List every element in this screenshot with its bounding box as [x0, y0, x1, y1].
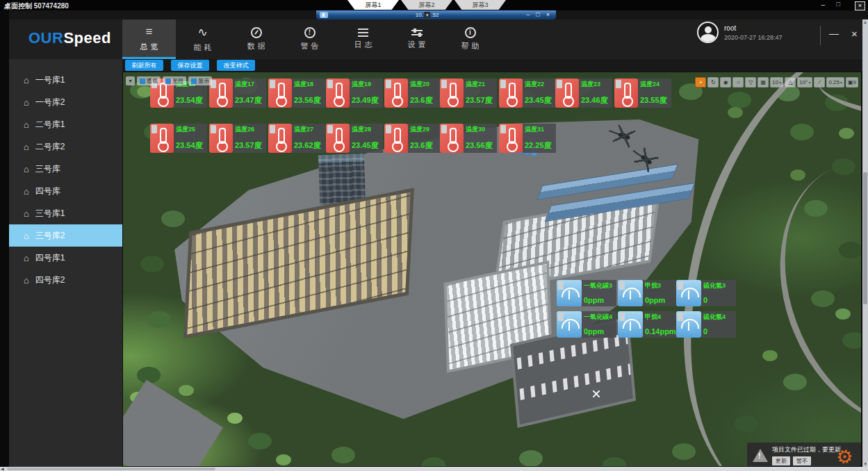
sidebar-label: 三号库: [35, 163, 60, 175]
remote-close-icon[interactable]: ×: [855, 1, 865, 10]
gas-sensor-widget[interactable]: 甲烷30ppm: [618, 280, 678, 306]
nav-label: 能耗: [194, 42, 215, 53]
temperature-widget[interactable]: 温度2423.55度: [614, 78, 671, 108]
screen-tab[interactable]: 屏幕1: [347, 0, 399, 10]
angle-tool-button[interactable]: △: [785, 77, 796, 88]
thermometer-icon: [268, 78, 292, 108]
sidebar-item[interactable]: ⌂三号库2: [9, 224, 122, 247]
globe-tool-button[interactable]: ○: [732, 77, 744, 88]
temperature-widget[interactable]: 温度2923.6度: [384, 124, 441, 153]
nav-item[interactable]: 设置: [390, 19, 443, 59]
nav-item[interactable]: ≡总览: [122, 19, 176, 59]
gas-label: 甲烷4: [645, 313, 676, 322]
horizontal-scrollbar[interactable]: ◀: [0, 467, 868, 471]
temperature-widget[interactable]: 温度2723.62度: [268, 124, 325, 153]
icon-settings: [411, 28, 423, 37]
session-address: 10. ▾ .52: [328, 12, 526, 18]
session-minimize-button[interactable]: –: [526, 10, 530, 19]
notification-button[interactable]: 更新: [772, 456, 790, 465]
nav-item[interactable]: i帮助: [443, 19, 497, 59]
gas-sensor-widget[interactable]: 甲烷40.14ppm: [618, 311, 678, 338]
scroll-up-icon[interactable]: ▲: [863, 20, 867, 24]
temperature-widget[interactable]: 温度2523.54度: [150, 124, 207, 153]
nav-item[interactable]: !警告: [283, 19, 336, 59]
refresh-view-button[interactable]: ↻: [707, 77, 719, 88]
temperature-widget[interactable]: 温度1923.49度: [326, 78, 383, 108]
sidebar-item[interactable]: ⌂三号库: [9, 158, 122, 180]
grid-size-select[interactable]: 10▾: [770, 77, 783, 88]
remote-minimize-button[interactable]: –: [821, 1, 825, 8]
view-button[interactable]: 显示: [188, 76, 212, 85]
target-tool-button[interactable]: +: [695, 77, 706, 88]
session-restore-button[interactable]: □: [536, 10, 539, 19]
focus-tool-button[interactable]: ◉: [720, 77, 731, 88]
view-button[interactable]: 透视: [137, 76, 161, 85]
sidebar-item[interactable]: ⌂四号库2: [9, 269, 122, 291]
sidebar-item[interactable]: ⌂二号库1: [9, 113, 122, 135]
action-button[interactable]: 保存设置: [171, 60, 209, 71]
temperature-widget[interactable]: 温度3122.25度: [499, 124, 556, 153]
nav-item[interactable]: 日志: [336, 19, 390, 59]
temperature-widget[interactable]: 温度2323.46度: [555, 78, 612, 108]
scroll-down-icon[interactable]: ▼: [863, 462, 867, 466]
sidebar-item[interactable]: ⌂二号库2: [9, 135, 122, 158]
nav-label: 警告: [301, 41, 322, 51]
sidebar-item[interactable]: ⌂一号库2: [9, 91, 122, 113]
vertical-scroll-thumb[interactable]: [863, 172, 867, 304]
grid-tool-button[interactable]: ▦: [758, 77, 769, 88]
scroll-left-icon[interactable]: ◀: [1, 467, 4, 471]
app-minimize-button[interactable]: —: [829, 28, 839, 39]
pin-icon[interactable]: [320, 12, 328, 18]
notification-button[interactable]: 暂不: [793, 456, 811, 465]
temperature-widget[interactable]: 温度2123.57度: [440, 78, 497, 108]
view-button[interactable]: 光照: [163, 76, 186, 85]
gas-sensor-widget[interactable]: 一氧化碳30ppm: [557, 280, 616, 306]
measure-tool-button[interactable]: ∕: [814, 77, 825, 88]
sidebar-item[interactable]: ⌂三号库1: [9, 202, 122, 224]
nav-item[interactable]: 数据: [229, 19, 283, 59]
app-header: OURSpeed ≡总览∿能耗数据!警告日志设置i帮助 root 2020-07…: [9, 19, 862, 59]
temperature-widget[interactable]: 温度3023.56度: [440, 124, 497, 153]
scale-step-select[interactable]: 0.25▾: [826, 77, 844, 88]
caret-down-icon: ▾: [840, 80, 842, 85]
temperature-widget[interactable]: 温度1723.47度: [209, 78, 266, 108]
nav-item[interactable]: ∿能耗: [176, 19, 229, 59]
session-dropdown-icon[interactable]: ▾: [424, 12, 431, 18]
screen-tab[interactable]: 屏幕2: [401, 0, 452, 10]
temperature-widget[interactable]: 温度2623.57度: [209, 124, 266, 153]
gas-sensor-widget[interactable]: 硫化氢30: [676, 280, 736, 306]
session-close-button[interactable]: ×: [546, 10, 550, 19]
temperature-widget[interactable]: 温度2023.6度: [384, 78, 441, 108]
remote-maximize-button[interactable]: □: [837, 1, 840, 8]
temperature-label: 温度18: [294, 80, 324, 89]
temperature-widget[interactable]: 温度2223.45度: [499, 78, 556, 108]
horizontal-scroll-thumb[interactable]: [7, 468, 215, 470]
temperature-label: 温度20: [410, 80, 440, 89]
temperature-value: 23.46度: [581, 95, 611, 106]
thermometer-icon: [326, 78, 350, 108]
temperature-widget[interactable]: 温度1823.56度: [268, 78, 325, 108]
camera-view-button[interactable]: ▣9: [846, 77, 858, 88]
icon-gauge: [251, 27, 262, 38]
gas-sensor-widget[interactable]: 一氧化碳40ppm: [557, 311, 616, 338]
user-block[interactable]: root 2020-07-27 16:28:47: [697, 22, 783, 43]
scene-viewport[interactable]: ▾透视光照显示 +↻◉○▽▦10▾△10°▾∕0.25▾▣9 温度1623.54…: [122, 72, 862, 467]
sidebar-item[interactable]: ⌂四号库1: [9, 247, 122, 269]
gas-sensor-widget[interactable]: 硫化氢40: [676, 311, 736, 338]
icon-help: i: [465, 27, 476, 38]
sidebar-item[interactable]: ⌂四号库: [9, 180, 122, 202]
sidebar-item[interactable]: ⌂一号库1: [9, 69, 122, 91]
app-close-button[interactable]: ×: [851, 28, 858, 40]
angle-step-select[interactable]: 10°▾: [797, 77, 812, 88]
home-icon: ⌂: [24, 231, 29, 241]
temperature-label: 温度24: [640, 80, 670, 89]
action-button[interactable]: 改变样式: [217, 60, 255, 71]
temperature-value: 22.25度: [525, 140, 555, 151]
screen-tab[interactable]: 屏幕3: [455, 0, 506, 10]
temperature-widget[interactable]: 温度2823.45度: [326, 124, 383, 153]
view-caret-button[interactable]: ▾: [126, 76, 135, 85]
corner-tag: [558, 281, 564, 290]
filter-tool-button[interactable]: ▽: [745, 77, 756, 88]
vertical-scrollbar[interactable]: ▲ ▼: [862, 19, 868, 467]
action-button[interactable]: 刷新所有: [125, 60, 163, 71]
